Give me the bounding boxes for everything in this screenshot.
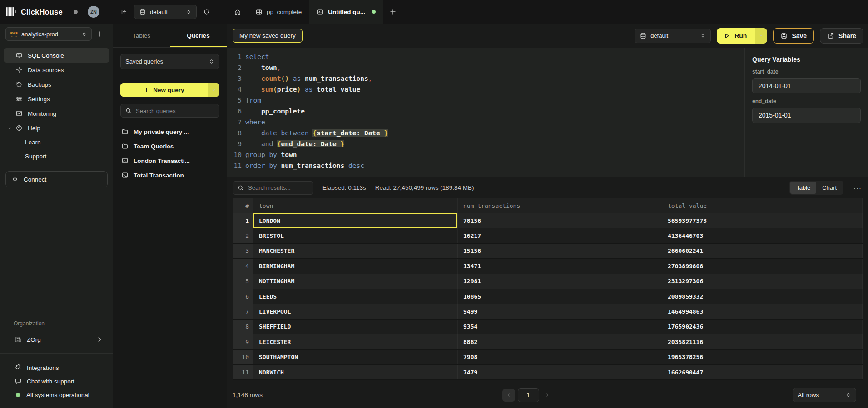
query-search-input[interactable] [136, 108, 215, 114]
row-index[interactable]: 6 [233, 289, 253, 304]
table-cell[interactable]: SHEFFIELD [253, 320, 458, 334]
table-cell[interactable]: NOTTINGHAM [253, 274, 458, 289]
sql-editor[interactable]: 1234567891011 select town, count() as nu… [227, 48, 744, 177]
column-header-num-transactions[interactable]: num_transactions [458, 198, 662, 213]
saved-query-total-transaction[interactable]: Total Transaction ... [120, 168, 219, 182]
table-cell[interactable]: NORWICH [253, 365, 458, 379]
sidebar-subitem-support[interactable]: Support [4, 149, 109, 163]
table-cell[interactable]: 12981 [458, 274, 662, 289]
table-cell[interactable]: 56593977373 [662, 213, 863, 228]
save-button[interactable]: Save [773, 28, 814, 44]
table-cell[interactable]: LIVERPOOL [253, 304, 458, 319]
tab-pp-complete[interactable]: pp_complete [248, 0, 309, 24]
table-cell[interactable]: 2313297306 [662, 274, 863, 289]
next-page-button[interactable] [542, 389, 554, 402]
sql-code[interactable]: select town, count() as num_transactions… [242, 51, 744, 177]
tab-untitled-query[interactable]: Untitled qu... [309, 0, 383, 24]
row-index[interactable]: 11 [233, 365, 253, 379]
table-cell[interactable]: 9354 [458, 320, 662, 334]
row-index[interactable]: 2 [233, 228, 253, 243]
sidebar-item-all-systems-operational[interactable]: All systems operational [4, 388, 109, 402]
row-index[interactable]: 1 [233, 213, 253, 228]
table-cell[interactable]: 1765902436 [662, 320, 863, 334]
view-table-button[interactable]: Table [790, 182, 816, 194]
saved-query-london-transacti[interactable]: London Transacti... [120, 154, 219, 167]
table-cell[interactable]: LEEDS [253, 289, 458, 304]
table-cell[interactable]: 9499 [458, 304, 662, 319]
tab-tables[interactable]: Tables [113, 24, 170, 47]
table-cell[interactable]: 8862 [458, 334, 662, 349]
table-cell[interactable]: MANCHESTER [253, 244, 458, 258]
sidebar-item-data-sources[interactable]: Data sources [4, 63, 109, 77]
sidebar-item-chat-with-support[interactable]: Chat with support [4, 374, 109, 388]
table-cell[interactable]: 2660602241 [662, 244, 863, 258]
prev-page-button[interactable] [502, 389, 515, 402]
variable-input-start-date[interactable] [752, 78, 861, 93]
page-size-selector[interactable]: All rows [793, 388, 856, 402]
run-options-dropdown[interactable] [755, 28, 767, 44]
service-selector[interactable]: default [134, 5, 197, 19]
column-header-town[interactable]: town [253, 198, 458, 213]
table-cell[interactable]: SOUTHAMPTON [253, 350, 458, 364]
row-index[interactable]: 10 [233, 350, 253, 364]
table-cell[interactable]: 2089859332 [662, 289, 863, 304]
saved-query-my-private-query[interactable]: My private query ... [120, 125, 219, 138]
results-search[interactable] [233, 181, 313, 195]
add-service-button[interactable] [96, 30, 104, 38]
column-header-total-value[interactable]: total_value [662, 198, 863, 213]
table-cell[interactable]: BRISTOL [253, 228, 458, 243]
table-cell[interactable]: 7479 [458, 365, 662, 379]
organization-item[interactable]: ZOrg [4, 332, 109, 347]
table-cell[interactable]: 16217 [458, 228, 662, 243]
table-cell[interactable]: 1965378256 [662, 350, 863, 364]
service-switcher[interactable]: aws analytics-prod [5, 27, 92, 41]
sidebar-item-sql-console[interactable]: SQL Console [4, 48, 109, 63]
sidebar-item-monitoring[interactable]: Monitoring [4, 106, 109, 121]
new-query-dropdown[interactable] [208, 83, 219, 97]
table-cell[interactable]: 4136446703 [662, 228, 863, 243]
table-cell[interactable]: 7908 [458, 350, 662, 364]
table-cell[interactable]: 1464994863 [662, 304, 863, 319]
new-query-button[interactable]: New query [120, 83, 219, 97]
results-search-input[interactable] [248, 184, 309, 191]
table-cell[interactable]: 2035821116 [662, 334, 863, 349]
run-button[interactable]: Run [717, 28, 767, 44]
table-cell[interactable]: 10865 [458, 289, 662, 304]
sidebar-subitem-learn[interactable]: Learn [4, 135, 109, 149]
tab-queries[interactable]: Queries [170, 24, 227, 47]
row-index[interactable]: 4 [233, 259, 253, 273]
connect-button[interactable]: Connect [5, 171, 108, 187]
refresh-icon[interactable] [203, 8, 210, 15]
table-cell[interactable]: BIRMINGHAM [253, 259, 458, 273]
row-index[interactable]: 7 [233, 304, 253, 319]
column-header-index[interactable]: # [233, 198, 253, 213]
saved-query-tab[interactable]: My new saved query [233, 29, 303, 43]
row-index[interactable]: 3 [233, 244, 253, 258]
back-icon[interactable] [120, 8, 128, 15]
table-cell[interactable]: LONDON [253, 213, 458, 228]
sidebar-item-settings[interactable]: Settings [4, 92, 109, 106]
sidebar-item-integrations[interactable]: Integrations [4, 361, 109, 374]
saved-queries-selector[interactable]: Saved queries [120, 54, 219, 69]
view-chart-button[interactable]: Chart [816, 182, 843, 194]
more-options-icon[interactable]: ··· [853, 184, 862, 192]
table-cell[interactable]: 78156 [458, 213, 662, 228]
avatar[interactable]: ZN [88, 6, 99, 18]
row-index[interactable]: 9 [233, 334, 253, 349]
database-selector[interactable]: default [635, 29, 711, 43]
variable-input-end-date[interactable] [752, 108, 861, 123]
table-cell[interactable]: 15156 [458, 244, 662, 258]
new-tab-button[interactable] [383, 0, 402, 24]
sidebar-item-help[interactable]: Help [4, 121, 109, 135]
query-search[interactable] [120, 104, 219, 118]
row-index[interactable]: 8 [233, 320, 253, 334]
table-cell[interactable]: LEICESTER [253, 334, 458, 349]
table-cell[interactable]: 1662690447 [662, 365, 863, 379]
page-number[interactable]: 1 [518, 388, 539, 402]
tab-home[interactable] [227, 0, 248, 24]
sidebar-item-backups[interactable]: Backups [4, 77, 109, 92]
table-cell[interactable]: 13471 [458, 259, 662, 273]
share-button[interactable]: Share [820, 28, 863, 44]
saved-query-team-queries[interactable]: Team Queries [120, 139, 219, 153]
table-cell[interactable]: 2703899808 [662, 259, 863, 273]
